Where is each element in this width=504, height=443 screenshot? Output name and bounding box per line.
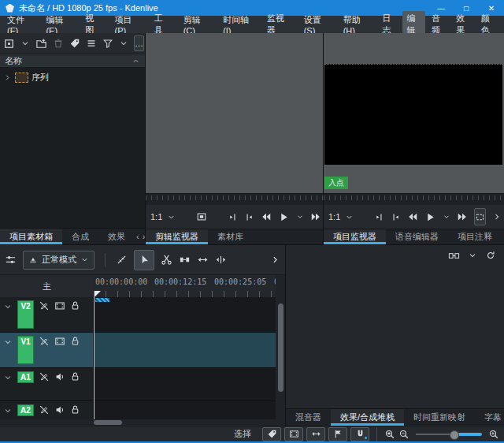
forward-button[interactable]	[457, 211, 468, 222]
zoom-in-button[interactable]	[488, 429, 499, 440]
menu-edit[interactable]: 编辑(E)	[39, 16, 78, 33]
track-badge[interactable]: V2	[17, 300, 34, 329]
menu-monitor[interactable]: 监视器	[260, 16, 297, 33]
record-disabled-icon[interactable]	[39, 404, 50, 415]
zone-out-button[interactable]	[391, 212, 401, 222]
lock-icon[interactable]	[70, 336, 80, 346]
edit-mode-select[interactable]: 正常模式	[23, 251, 94, 270]
effect-stack-body[interactable]	[286, 266, 504, 408]
track-lane[interactable]	[94, 401, 276, 419]
zone-in-button[interactable]	[228, 212, 238, 222]
filter-button[interactable]	[102, 38, 113, 49]
selection-tool-button[interactable]	[134, 250, 154, 270]
tab-time-remap[interactable]: 时间重新映射	[404, 409, 475, 426]
record-disabled-icon[interactable]	[39, 371, 50, 382]
expand-chevron-icon[interactable]	[3, 73, 12, 82]
tab-effect-stack[interactable]: 效果/合成堆栈	[331, 409, 404, 426]
slip-tool-button[interactable]	[215, 254, 227, 266]
track-header-a2[interactable]: A2	[0, 401, 94, 419]
add-clip-button[interactable]	[3, 38, 15, 50]
tab-project-bin[interactable]: 项目素材箱	[0, 229, 62, 244]
timeline-ruler[interactable]: 00:00:00:00 00:00:12:15 00:00:25:05 00:0	[94, 275, 276, 298]
effects-options-chevron-icon[interactable]	[468, 251, 477, 260]
record-disabled-icon[interactable]	[39, 336, 50, 347]
track-collapse-chevron-icon[interactable]	[3, 406, 13, 415]
track-lane[interactable]	[94, 368, 276, 400]
track-a2[interactable]: A2	[0, 401, 276, 419]
tab-speech-editor[interactable]: 语音编辑器	[386, 229, 448, 244]
track-header-a1[interactable]: A1	[0, 368, 94, 400]
delete-button[interactable]	[53, 38, 64, 49]
bin-column-header[interactable]: 名称	[0, 54, 145, 68]
spacer-tool-button[interactable]	[179, 254, 191, 266]
track-badge[interactable]: V1	[17, 336, 34, 364]
horizontal-scrollbar[interactable]	[94, 420, 122, 425]
clip-monitor-view[interactable]	[146, 33, 323, 193]
track-a1[interactable]: A1	[0, 368, 276, 401]
tab-subtitles[interactable]: 字幕	[475, 409, 504, 426]
tab-effects[interactable]: 效果	[98, 229, 135, 244]
add-clip-chevron-icon[interactable]	[20, 39, 30, 48]
master-track-button[interactable]: 主	[0, 275, 94, 297]
tab-project-monitor[interactable]: 项目监视器	[324, 229, 386, 244]
playhead[interactable]	[94, 297, 94, 419]
rewind-button[interactable]	[407, 211, 418, 222]
track-header-v1[interactable]: V1	[0, 333, 94, 367]
menu-help[interactable]: 帮助(H)	[336, 16, 376, 33]
vertical-scrollbar[interactable]	[278, 303, 284, 392]
tab-library[interactable]: 素材库	[208, 229, 253, 244]
track-collapse-chevron-icon[interactable]	[3, 302, 13, 311]
tab-scroll-left[interactable]: ‹	[135, 229, 141, 244]
frame-grab-button[interactable]	[196, 211, 207, 222]
timeline-settings-button[interactable]	[5, 254, 17, 266]
collapse-all-icon[interactable]	[132, 57, 140, 65]
reset-effect-button[interactable]	[485, 250, 496, 261]
zoom-out-button[interactable]	[398, 429, 410, 440]
menu-clip[interactable]: 剪辑(C)	[176, 16, 216, 33]
track-v2[interactable]: V2	[0, 297, 276, 333]
tag-button[interactable]	[69, 38, 80, 49]
track-badge[interactable]: A1	[17, 371, 34, 383]
monitor-zoom-select[interactable]: 1:1	[328, 212, 354, 222]
clip-monitor-ruler[interactable]	[146, 193, 323, 205]
rewind-button[interactable]	[261, 211, 272, 222]
play-button[interactable]	[424, 211, 436, 223]
snap-button[interactable]	[350, 427, 369, 441]
show-markers-button[interactable]	[328, 427, 347, 441]
create-folder-button[interactable]	[35, 38, 47, 50]
project-monitor-view[interactable]: 入点	[324, 33, 504, 193]
zone-mode-button[interactable]	[474, 208, 486, 225]
toolbar-overflow-button[interactable]	[270, 255, 280, 265]
menu-file[interactable]: 文件(F)	[0, 16, 39, 33]
track-collapse-chevron-icon[interactable]	[3, 373, 13, 382]
video-track-icon[interactable]	[54, 336, 65, 347]
audio-track-icon[interactable]	[54, 371, 65, 382]
track-v1[interactable]: V1	[0, 333, 276, 368]
razor-tool-button[interactable]	[161, 254, 172, 266]
filter-chevron-icon[interactable]	[119, 39, 128, 48]
video-track-icon[interactable]	[54, 300, 65, 311]
track-lane[interactable]	[94, 333, 276, 367]
tab-mixer[interactable]: 混音器	[286, 409, 331, 426]
zoom-slider-handle[interactable]	[450, 430, 459, 440]
menu-view[interactable]: 视图	[78, 16, 107, 33]
track-collapse-chevron-icon[interactable]	[3, 337, 13, 347]
tab-clip-monitor[interactable]: 剪辑监视器	[146, 229, 208, 244]
mix-clips-button[interactable]	[116, 254, 128, 266]
forward-button[interactable]	[310, 211, 321, 222]
zoom-slider[interactable]	[416, 429, 482, 440]
view-list-button[interactable]	[86, 38, 97, 49]
menu-timeline[interactable]: 时间轴(I)	[216, 16, 260, 33]
audio-track-icon[interactable]	[54, 404, 65, 415]
timeline-area[interactable]: 主 00:00:00:00 00:00:12:15 00:00:25:05 00…	[0, 275, 285, 426]
fit-zoom-button[interactable]	[197, 254, 209, 266]
record-disabled-icon[interactable]	[39, 300, 50, 311]
menu-project[interactable]: 项目(P)	[108, 16, 147, 33]
bin-item-list[interactable]: 序列	[0, 68, 145, 228]
menu-tool[interactable]: 工具	[146, 16, 176, 33]
lock-icon[interactable]	[70, 300, 80, 311]
menu-settings[interactable]: 设置(S)	[297, 16, 336, 33]
tab-project-notes[interactable]: 项目注释	[448, 229, 502, 244]
video-thumbnails-button[interactable]	[284, 427, 303, 441]
zone-out-button[interactable]	[244, 212, 254, 222]
